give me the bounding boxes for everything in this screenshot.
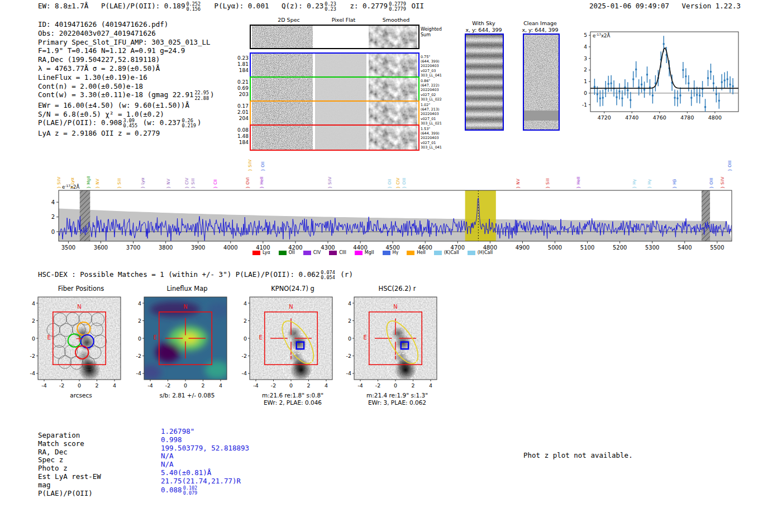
svg-text:2: 2 [32,318,35,324]
line-marker-label: } CII [213,179,218,189]
spec2d-col-header: 2D Spec [258,17,320,23]
legend-item: HeII [407,250,426,255]
svg-text:2: 2 [244,318,247,324]
spec2d-source-blob [275,82,293,96]
line-marker-label: } Hβ [672,179,677,189]
detection-highlight-band [465,190,496,241]
line-marker-label: } OIII [402,178,407,189]
legend-item: Hγ [383,250,399,255]
spec2d-row: 0.231.811840.75"(644, 399)20220403v027_0… [250,52,419,79]
info-cont-w: Cont(w) = 3.30(±0.11)e-18 (gmag 22.9122.… [38,90,214,100]
summary-header: EW: 8.8±1.7Å P(LAE)/P(OII): 0.1890.2520.… [38,2,424,12]
pixel-flat-image [315,26,366,48]
svg-text:3500: 3500 [61,245,75,251]
elixer-report-page: EW: 8.8±1.7Å P(LAE)/P(OII): 0.1890.2520.… [0,0,782,532]
line-marker-label: } SiII [190,179,196,189]
spec2d-source-blob [275,58,293,72]
legend-swatch [434,251,442,255]
plae-poii-errors: 0.2520.156 [186,2,201,12]
svg-text:2: 2 [138,318,141,324]
info-slot: Primary Spec_Slot_IFU_AMP: 303_025_013_L… [38,38,214,47]
photz-note: Phot z plot not available. [523,451,633,459]
match-row-label: Est LyA rest-EW [38,473,101,481]
svg-text:4: 4 [325,382,328,389]
panel-caption2: EWr: 3, PLAE: 0.062 [344,399,450,406]
panel-caption2: EWr: 2, PLAE: 0.046 [240,399,346,406]
spec2d-source-blob [275,106,293,120]
z-value: z: 0.2779 [350,2,388,10]
smoothed-source-blob [385,129,407,145]
svg-text:0: 0 [348,336,351,342]
legend-swatch [252,251,260,255]
match-row-value: 1.26798" [161,428,249,436]
clean-masked-band [524,111,559,121]
legend-item: OII [279,250,295,255]
svg-text:-2: -2 [242,353,247,359]
line-marker-label: } SiII [117,179,122,189]
smoothed-source-blob [385,57,407,73]
spec2d-row-fiber-info: 0.86"(647, 222)20220403v027_02303_LL_022 [421,79,442,102]
spec2d-row: WeightedSum [250,25,419,49]
legend-swatch [468,251,475,255]
cutout-panel-lineflux: Lineflux MapNE-4-4-2-2002244s/b: 2.81 +/… [123,285,240,399]
smoothed-image [369,78,417,102]
pixel-flat-image [315,78,366,102]
svg-text:2: 2 [348,318,351,324]
gmag-errors: 22.9522.88 [194,90,209,100]
info-seeing: F=1.9" T=0.146 N=1.12 A=0.91 g=24.9 [38,46,214,55]
info-radec: RA,Dec (199.504227,52.819118) [38,55,214,64]
svg-text:4: 4 [348,300,351,306]
line-marker-label: } OIII [709,178,714,189]
timestamp-version: 2025-01-06 09:49:07 Version 1.22.3 [589,2,741,10]
svg-text:3900: 3900 [191,245,205,251]
svg-text:4: 4 [429,382,432,389]
with-sky-stamp [465,33,504,131]
match-table-values: 1.26798"0.998199.503779, 52.818893N/AN/A… [161,428,249,496]
svg-text:-4: -4 [242,370,247,376]
svg-text:-2: -2 [165,382,170,389]
legend-label: (H)CaII [478,250,493,255]
svg-text:0: 0 [289,382,293,389]
legend-swatch [407,251,414,255]
line-marker-label: } SiIV [720,176,725,189]
legend-swatch [355,251,363,255]
report-version: Version 1.22.3 [682,2,741,10]
spec2d-row-fiber-info: 1.53"(644, 399)20220403v027_01303_LL_041 [421,127,442,150]
sky-noise-texture [465,33,504,131]
clean-image-stamp [523,33,560,131]
match-row-value: N/A [161,461,249,469]
legend-swatch [329,251,337,255]
svg-text:5400: 5400 [678,245,692,251]
spec2d-row-weights: 0.210.69203 [225,79,249,98]
spec2d-row-fiber-info: 1.02"(647, 213)20220403v027_01303_LL_021 [421,103,442,126]
legend-item: MgII [355,250,374,255]
line-marker-label: } NV [166,178,171,189]
compass-east: E [47,334,51,341]
smoothed-image [369,126,417,150]
svg-text:-4: -4 [346,370,351,376]
match-row-label: mag [38,481,101,490]
svg-text:4: 4 [32,300,35,306]
info-redshifts: LyA z = 2.9186 OII z = 0.2779 [38,129,214,138]
legend-swatch [279,251,287,255]
hsc-dex-text: HSC-DEX : Possible Matches = 1 (within +… [38,270,320,279]
line-marker-label: } SiIV [56,176,61,189]
svg-text:5: 5 [584,32,587,38]
kpno-plot: NE-4-4-2-2002244 [228,296,340,390]
svg-text:2: 2 [584,67,587,73]
compass-north: N [393,304,397,310]
svg-text:1: 1 [584,79,587,84]
lineflux-plot: NE-4-4-2-2002244 [123,296,235,390]
panel-xlabel: arcsecs [28,392,134,399]
line-marker-label: } NV [516,178,521,189]
match-row-label: Separation [38,432,101,440]
svg-text:0: 0 [78,382,81,389]
full-spectrum-svg: 3500360037003800390040004100420043004400… [0,150,748,253]
legend-label: Lyα [263,250,270,255]
spectrum-line-legend: LyαOIICIVCIIIMgIIHγHeII(K)CaII(H)CaII [252,250,493,255]
svg-text:-4: -4 [147,382,152,389]
svg-text:4: 4 [219,382,222,389]
info-id: ID: 4019471626 (4019471626.pdf) [38,20,214,29]
spec2d-row-weights: 0.231.81184 [225,55,249,74]
legend-label: OII [289,250,295,255]
